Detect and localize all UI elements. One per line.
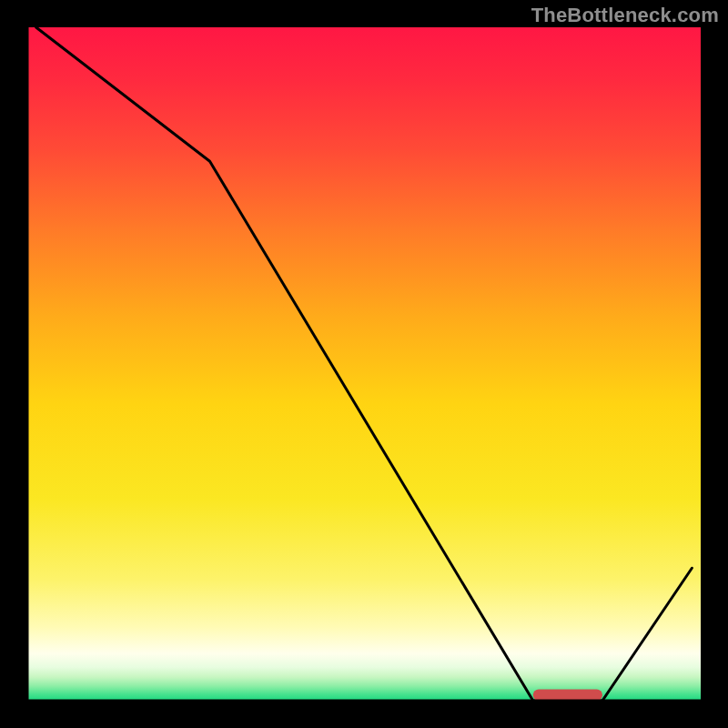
marker-bar (533, 689, 602, 701)
chart-canvas (0, 0, 728, 728)
chart-stage: TheBottleneck.com (0, 0, 728, 728)
plot-background (27, 27, 701, 701)
watermark-text: TheBottleneck.com (531, 4, 719, 27)
